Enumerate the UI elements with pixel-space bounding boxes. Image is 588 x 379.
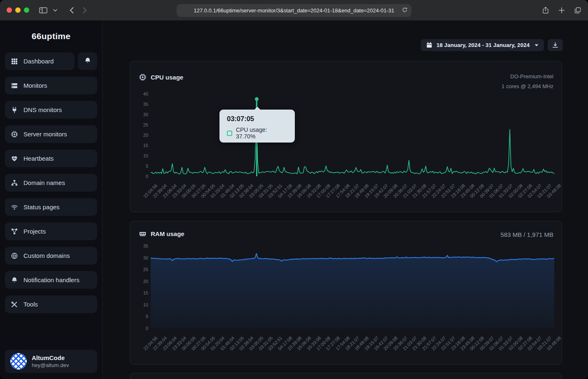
y-axis-tick: 40 (132, 91, 148, 97)
bell-icon (11, 277, 18, 283)
minimize-window-button[interactable] (15, 7, 21, 13)
new-tab-button[interactable] (558, 7, 565, 14)
y-axis-tick: 5 (132, 313, 148, 319)
ram-usage-value: 583 MB / 1,971 MB (501, 231, 553, 238)
sidebar-item-label: Monitors (23, 82, 47, 89)
sidebar-item-dns-monitors[interactable]: DNS monitors (5, 101, 97, 119)
cpu-x-axis: 22:04:5622:39:0423:06:0423:33:0400:00:05… (151, 180, 554, 211)
server-spec: 1 cores @ 2,494 MHz (502, 82, 553, 91)
sidebar-item-domain-names[interactable]: Domain names (5, 174, 97, 192)
sidebar-item-projects[interactable]: Projects (5, 222, 97, 240)
sidebar-item-custom-domains[interactable]: Custom domains (5, 247, 97, 264)
server-info: DO-Premium-Intel 1 cores @ 2,494 MHz (502, 72, 553, 91)
series-marker-icon (227, 131, 232, 136)
partial-card (130, 373, 562, 379)
sitemap-icon (11, 180, 18, 186)
close-window-button[interactable] (7, 7, 12, 13)
sidebar-item-label: Heartbeats (23, 155, 54, 162)
cpu-chip-icon (139, 74, 146, 81)
window-controls (7, 7, 29, 13)
caret-down-icon (534, 44, 539, 47)
grid-icon (11, 58, 18, 65)
y-axis-tick: 20 (132, 278, 148, 284)
y-axis-tick: 20 (132, 132, 148, 138)
ram-chart-plot[interactable] (151, 246, 554, 328)
date-range-picker[interactable]: 18 January, 2024 - 31 January, 2024 (421, 39, 544, 51)
toolbar-chevron-down-icon[interactable] (53, 9, 57, 12)
sidebar-item-label: Status pages (23, 204, 60, 211)
globe-icon (11, 253, 18, 259)
chip-icon (11, 131, 18, 138)
browser-chrome: 127.0.0.1/66uptime/server-monitor/3&star… (0, 0, 588, 21)
cpu-card-title: CPU usage (151, 74, 183, 81)
tooltip-value: CPU usage: 37.70% (236, 126, 287, 140)
account-name: AltumCode (32, 354, 69, 362)
y-axis-tick: 35 (132, 101, 148, 107)
sidebar: 66uptime Dashboard Monitors DNS monitors (0, 21, 103, 379)
sidebar-item-notification-handlers[interactable]: Notification handlers (5, 271, 97, 289)
maximize-window-button[interactable] (24, 7, 29, 13)
y-axis-tick: 30 (132, 112, 148, 117)
diagram-icon (11, 228, 18, 235)
y-axis-tick: 15 (132, 290, 148, 296)
sidebar-item-label: Server monitors (23, 131, 67, 138)
sidebar-item-dashboard[interactable]: Dashboard (5, 52, 75, 70)
notifications-button[interactable] (78, 52, 97, 70)
sidebar-item-label: Custom domains (23, 252, 70, 259)
tools-icon (11, 301, 18, 308)
chart-tooltip: 03:07:05 CPU usage: 37.70% (219, 110, 295, 143)
share-button[interactable] (542, 7, 549, 14)
sidebar-item-label: Domain names (23, 179, 65, 186)
server-name: DO-Premium-Intel (502, 72, 553, 82)
sidebar-item-tools[interactable]: Tools (5, 295, 97, 313)
server-icon (11, 82, 18, 89)
back-button[interactable] (70, 7, 74, 14)
sidebar-item-monitors[interactable]: Monitors (5, 77, 97, 94)
sidebar-item-label: Dashboard (23, 58, 54, 65)
sidebar-item-label: Tools (23, 301, 38, 308)
y-axis-tick: 10 (132, 153, 148, 159)
tooltip-time: 03:07:05 (227, 115, 287, 123)
y-axis-tick: 0 (132, 325, 148, 331)
download-icon (552, 42, 558, 48)
hover-marker-dot (255, 97, 259, 101)
account-email: hey@altum.dev (32, 362, 69, 369)
heart-pulse-icon (11, 155, 18, 162)
ram-card-title: RAM usage (151, 230, 184, 237)
sidebar-item-label: Notification handlers (23, 276, 79, 283)
sidebar-toggle-button[interactable] (39, 7, 47, 14)
sidebar-item-server-monitors[interactable]: Server monitors (5, 125, 97, 143)
ram-stick-icon (139, 230, 146, 237)
app-window: 127.0.0.1/66uptime/server-monitor/3&star… (0, 0, 588, 379)
brand-logo: 66uptime (0, 31, 102, 41)
y-axis-tick: 35 (132, 243, 148, 249)
cpu-usage-card: CPU usage DO-Premium-Intel 1 cores @ 2,4… (130, 61, 562, 212)
ram-usage-card: RAM usage 583 MB / 1,971 MB 051015202530… (130, 221, 562, 365)
ram-x-axis: 22:04:5622:39:0423:06:0423:33:0400:00:05… (151, 332, 554, 363)
sidebar-item-label: DNS monitors (23, 106, 62, 113)
sidebar-item-status-pages[interactable]: Status pages (5, 198, 97, 216)
reload-icon[interactable] (402, 7, 408, 14)
date-range-value: 18 January, 2024 - 31 January, 2024 (436, 42, 530, 48)
account-card[interactable]: AltumCode hey@altum.dev (5, 350, 97, 373)
tab-overview-button[interactable] (574, 7, 581, 14)
avatar (10, 353, 27, 370)
wifi-icon (11, 204, 18, 211)
sidebar-item-label: Projects (23, 228, 46, 235)
y-axis-tick: 30 (132, 255, 148, 261)
plug-icon (11, 107, 18, 113)
address-bar[interactable]: 127.0.0.1/66uptime/server-monitor/3&star… (177, 4, 411, 17)
y-axis-tick: 10 (132, 302, 148, 308)
forward-button[interactable] (83, 7, 87, 14)
url-text: 127.0.0.1/66uptime/server-monitor/3&star… (194, 7, 394, 14)
y-axis-tick: 25 (132, 267, 148, 272)
bell-icon (84, 57, 91, 65)
cpu-chart-plot[interactable] (151, 94, 554, 176)
y-axis-tick: 5 (132, 163, 148, 169)
main-content: 18 January, 2024 - 31 January, 2024 CPU … (103, 21, 588, 379)
sidebar-item-heartbeats[interactable]: Heartbeats (5, 150, 97, 167)
y-axis-tick: 25 (132, 122, 148, 128)
sidebar-nav: Dashboard Monitors DNS monitors Server m… (0, 52, 102, 313)
export-button[interactable] (548, 39, 563, 51)
calendar-icon (426, 42, 432, 48)
